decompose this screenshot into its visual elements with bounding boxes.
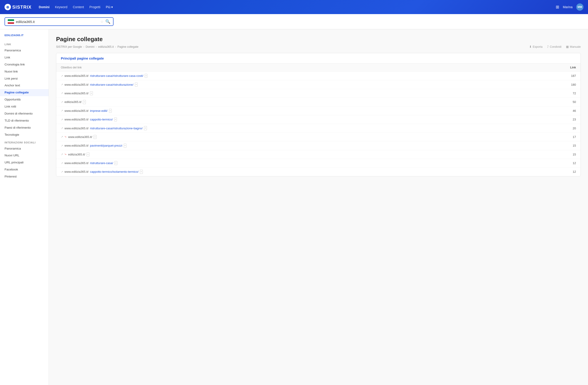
external-link-icon: ↗: [61, 127, 63, 130]
row-url: ↗ www.edilizia365.it/pavimenti/parquet-p…: [61, 144, 558, 148]
search-bar: ☆ 🔍: [4, 17, 113, 26]
external-link-icon: ↗: [61, 83, 63, 86]
italy-flag-icon: [8, 19, 14, 24]
share-action[interactable]: ⤴ Condividi: [547, 45, 561, 48]
sidebar-item-domini-riferimento[interactable]: Domini di riferimento: [0, 110, 49, 117]
main-content: Pagine collegate SISTRIX per Google › Do…: [49, 29, 588, 385]
col-header-obiettivo: Obiettivo del link: [61, 66, 558, 69]
sidebar-item-pinterest[interactable]: Pinterest: [0, 173, 49, 180]
username: Marina: [563, 5, 573, 9]
sidebar-item-paesi-riferimento[interactable]: Paesi di riferimento: [0, 124, 49, 131]
search-input[interactable]: [16, 20, 99, 24]
row-count: 23: [558, 118, 576, 121]
export-label: Esporta: [533, 45, 543, 48]
external-link-icon: ↗: [61, 74, 63, 77]
row-count: 15: [558, 144, 576, 147]
manual-icon: ▦: [566, 45, 569, 48]
expand-icon[interactable]: +: [145, 74, 147, 78]
url-prefix: www.edilizia365.it/: [64, 91, 88, 95]
sidebar-item-panoramica[interactable]: Panoramica: [0, 47, 49, 54]
sidebar-item-tecnologie[interactable]: Tecnologie: [0, 131, 49, 138]
nav-progetti[interactable]: Progetti: [89, 5, 100, 9]
expand-icon[interactable]: +: [114, 117, 117, 121]
sidebar-item-cronologia-link[interactable]: Cronologia link: [0, 61, 49, 68]
row-count: 180: [558, 83, 576, 86]
breadcrumb-domain[interactable]: edilizia365.it: [98, 45, 114, 48]
sidebar-item-opportunita[interactable]: Opportunità: [0, 96, 49, 103]
url-highlight: ristrutturare-casa/: [90, 161, 113, 165]
row-url: ↗ www.edilizia365.it/ristrutturare-casa/…: [61, 126, 558, 130]
expand-icon[interactable]: +: [90, 91, 93, 95]
expand-icon[interactable]: +: [86, 153, 89, 156]
col-header-link: Link: [558, 66, 576, 69]
url-prefix: edilizia365.it/: [64, 100, 82, 104]
search-icon[interactable]: 🔍: [105, 19, 110, 24]
sidebar-item-url-principali[interactable]: URL principali: [0, 159, 49, 166]
avatar[interactable]: MM: [576, 3, 584, 11]
expand-icon[interactable]: +: [94, 135, 96, 139]
expand-icon[interactable]: +: [135, 83, 138, 86]
sidebar-domain: EDILIZIA365.IT: [0, 34, 49, 40]
manual-action[interactable]: ▦ Manuale: [566, 45, 581, 48]
logo: ⊕ SISTRIX: [4, 4, 32, 10]
main-layout: EDILIZIA365.IT LINK Panoramica Link Cron…: [0, 29, 588, 385]
external-link-icon: ↗: [61, 109, 63, 112]
url-highlight: cappotto-termico/: [90, 118, 113, 121]
sidebar-item-pagine-collegate[interactable]: Pagine collegate: [0, 89, 49, 96]
nav-keyword[interactable]: Keyword: [55, 5, 67, 9]
table-row: ↗ www.edilizia365.it/cappotto-termico/is…: [56, 167, 581, 176]
breadcrumb-sep-3: ›: [115, 45, 116, 48]
breadcrumb-sistrix[interactable]: SISTRIX per Google: [56, 45, 82, 48]
bookmark-icon[interactable]: ☆: [100, 20, 104, 24]
nav-more[interactable]: Più ▾: [106, 5, 113, 9]
search-bar-wrapper: ☆ 🔍: [0, 14, 588, 29]
expand-icon[interactable]: +: [109, 109, 112, 113]
row-url: ↗ ⤷ edilizia365.it/ +: [61, 153, 558, 156]
sidebar-item-link-persi[interactable]: Link persi: [0, 75, 49, 82]
sidebar-section-social: INTERAZIONI SOCIALI: [0, 138, 49, 145]
row-count: 46: [558, 109, 576, 113]
sidebar-item-facebook[interactable]: Facebook: [0, 166, 49, 173]
table-row: ↗ www.edilizia365.it/ristrutturare-casa/…: [56, 80, 581, 89]
row-count: 72: [558, 91, 576, 95]
nav-domini[interactable]: Domini: [39, 5, 49, 9]
share-icon: ⤴: [547, 45, 549, 48]
expand-icon[interactable]: +: [114, 161, 117, 165]
row-count: 187: [558, 74, 576, 77]
external-link-icon: ↗: [61, 135, 63, 138]
table-row: ↗ www.edilizia365.it/cappotto-termico/ +…: [56, 115, 581, 124]
export-action[interactable]: ⬇ Esporta: [529, 45, 543, 48]
external-link-icon: ↗: [61, 118, 63, 121]
url-prefix: www.edilizia365.it/: [64, 144, 88, 147]
row-count: 20: [558, 127, 576, 130]
expand-icon[interactable]: +: [144, 126, 147, 130]
sidebar-item-link-rotti[interactable]: Link rotti: [0, 103, 49, 110]
external-link-icon: ↗: [61, 144, 63, 147]
table-row: ↗ www.edilizia365.it/imprese-edili/ + 46: [56, 107, 581, 115]
url-highlight: ristrutturare-casa/ristrutturazione/: [90, 83, 133, 86]
chevron-down-icon: ▾: [111, 5, 113, 9]
url-prefix: www.edilizia365.it/: [64, 83, 88, 86]
table-row: ↗ www.edilizia365.it/ristrutturare-casa/…: [56, 72, 581, 80]
sidebar-item-nuovi-url[interactable]: Nuovi URL: [0, 152, 49, 159]
table-row: ↗ www.edilizia365.it/ + 72: [56, 89, 581, 98]
sidebar-item-social-panoramica[interactable]: Panoramica: [0, 145, 49, 152]
row-url: ↗ www.edilizia365.it/ristrutturare-casa/…: [61, 161, 558, 165]
expand-icon[interactable]: +: [83, 100, 85, 104]
sidebar-section-link: LINK: [0, 40, 49, 47]
external-link-icon: ↗: [61, 153, 63, 156]
sidebar-item-anchor-text[interactable]: Anchor text: [0, 82, 49, 89]
nav-more-label: Più: [106, 5, 110, 9]
sidebar-item-link[interactable]: Link: [0, 54, 49, 61]
nav-content[interactable]: Content: [73, 5, 84, 9]
expand-icon[interactable]: +: [140, 170, 143, 174]
grid-icon[interactable]: ⊞: [556, 4, 559, 10]
row-url: ↗ www.edilizia365.it/imprese-edili/ +: [61, 109, 558, 113]
expand-icon[interactable]: +: [124, 144, 126, 148]
sidebar-item-nuovi-link[interactable]: Nuovi link: [0, 68, 49, 75]
row-url: ↗ www.edilizia365.it/ristrutturare-casa/…: [61, 74, 558, 78]
sidebar-item-tld-riferimento[interactable]: TLD di riferimento: [0, 117, 49, 124]
manual-label: Manuale: [570, 45, 581, 48]
breadcrumb-domini[interactable]: Domini: [85, 45, 94, 48]
row-url: ↗ www.edilizia365.it/cappotto-termico/ +: [61, 117, 558, 121]
